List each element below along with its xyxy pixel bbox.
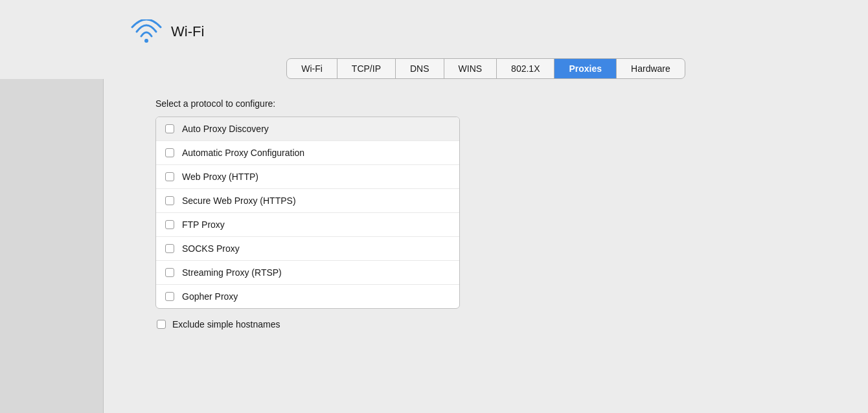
checkbox-socks-proxy[interactable] <box>165 244 174 253</box>
tab-dns[interactable]: DNS <box>396 59 444 78</box>
svg-point-0 <box>144 39 148 43</box>
wifi-icon <box>130 18 163 45</box>
proxy-item-socks-proxy[interactable]: SOCKS Proxy <box>156 237 459 261</box>
checkbox-ftp-proxy[interactable] <box>165 220 174 229</box>
proxy-item-streaming-proxy-rtsp[interactable]: Streaming Proxy (RTSP) <box>156 261 459 285</box>
checkbox-gopher-proxy[interactable] <box>165 292 174 301</box>
proxy-item-auto-proxy-discovery[interactable]: Auto Proxy Discovery <box>156 117 459 141</box>
checkbox-automatic-proxy-config[interactable] <box>165 148 174 157</box>
checkbox-auto-proxy-discovery[interactable] <box>165 124 174 133</box>
tab-proxies[interactable]: Proxies <box>554 59 617 78</box>
checkbox-exclude-simple-hostnames[interactable] <box>157 320 166 329</box>
proxy-label-gopher-proxy: Gopher Proxy <box>182 291 238 302</box>
proxy-label-socks-proxy: SOCKS Proxy <box>182 243 240 254</box>
tab-wifi[interactable]: Wi-Fi <box>287 59 337 78</box>
exclude-row[interactable]: Exclude simple hostnames <box>155 319 842 329</box>
tabs-container: Wi-Fi TCP/IP DNS WINS 802.1X Proxies Har… <box>0 58 868 79</box>
proxy-item-automatic-proxy-config[interactable]: Automatic Proxy Configuration <box>156 141 459 165</box>
tab-tcpip[interactable]: TCP/IP <box>337 59 396 78</box>
tab-8021x[interactable]: 802.1X <box>497 59 554 78</box>
content-area: Select a protocol to configure: Auto Pro… <box>104 79 868 413</box>
proxy-list: Auto Proxy Discovery Automatic Proxy Con… <box>155 117 460 309</box>
proxy-item-web-proxy-http[interactable]: Web Proxy (HTTP) <box>156 165 459 189</box>
proxy-item-ftp-proxy[interactable]: FTP Proxy <box>156 213 459 237</box>
exclude-label: Exclude simple hostnames <box>172 319 280 329</box>
checkbox-streaming-proxy-rtsp[interactable] <box>165 268 174 277</box>
proxy-item-secure-web-proxy-https[interactable]: Secure Web Proxy (HTTPS) <box>156 189 459 213</box>
page-title: Wi-Fi <box>171 23 204 40</box>
proxy-label-automatic-proxy-config: Automatic Proxy Configuration <box>182 148 304 158</box>
checkbox-secure-web-proxy-https[interactable] <box>165 196 174 205</box>
proxy-label-web-proxy-http: Web Proxy (HTTP) <box>182 172 258 182</box>
tab-wins[interactable]: WINS <box>444 59 497 78</box>
main-content: Select a protocol to configure: Auto Pro… <box>0 79 868 413</box>
section-label: Select a protocol to configure: <box>155 98 842 109</box>
checkbox-web-proxy-http[interactable] <box>165 172 174 181</box>
proxy-label-ftp-proxy: FTP Proxy <box>182 219 225 230</box>
proxy-item-gopher-proxy[interactable]: Gopher Proxy <box>156 285 459 308</box>
sidebar <box>0 79 104 413</box>
proxy-label-secure-web-proxy-https: Secure Web Proxy (HTTPS) <box>182 195 296 206</box>
tabs-row: Wi-Fi TCP/IP DNS WINS 802.1X Proxies Har… <box>286 58 685 79</box>
top-bar: Wi-Fi <box>0 0 868 58</box>
proxy-label-streaming-proxy-rtsp: Streaming Proxy (RTSP) <box>182 267 282 278</box>
proxy-label-auto-proxy-discovery: Auto Proxy Discovery <box>182 124 269 134</box>
tab-hardware[interactable]: Hardware <box>617 59 685 78</box>
